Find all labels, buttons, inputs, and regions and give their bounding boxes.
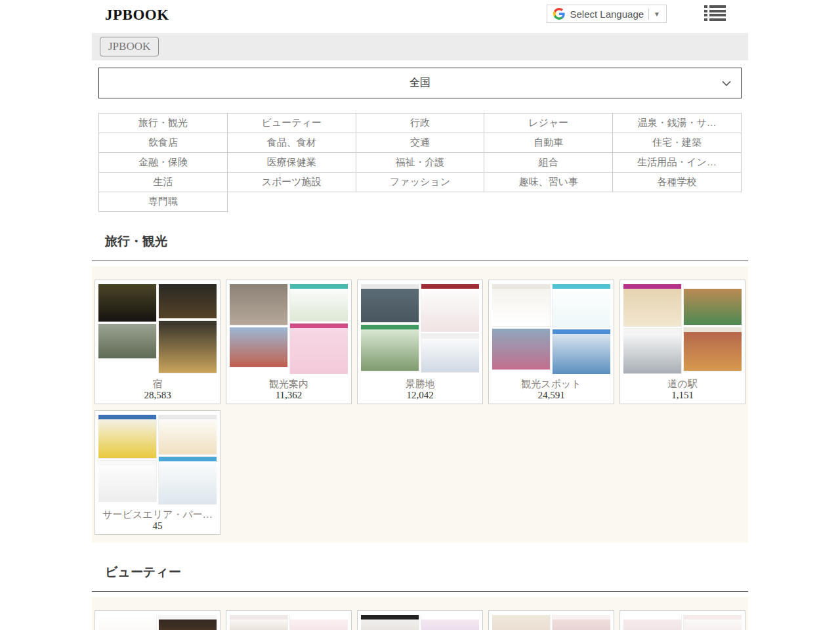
website-thumbnail bbox=[230, 327, 287, 367]
subcategory-card[interactable] bbox=[226, 610, 352, 630]
subcategory-card[interactable] bbox=[94, 610, 220, 630]
card-count: 1,151 bbox=[623, 390, 742, 401]
website-thumbnail bbox=[553, 615, 610, 630]
website-thumbnail bbox=[421, 284, 479, 331]
thumbnail-grid bbox=[98, 615, 217, 630]
category-link[interactable]: 行政 bbox=[356, 114, 484, 133]
category-link[interactable]: 旅行・観光 bbox=[99, 114, 228, 133]
website-thumbnail bbox=[684, 284, 742, 325]
card-count: 45 bbox=[98, 520, 217, 532]
category-link[interactable]: 各種学校 bbox=[613, 173, 742, 192]
thumbnail-grid bbox=[492, 284, 610, 374]
website-thumbnail bbox=[98, 415, 156, 458]
translate-label: Select Language bbox=[570, 9, 644, 20]
thumbnail-grid bbox=[230, 284, 348, 374]
list-row bbox=[704, 14, 726, 16]
website-thumbnail bbox=[492, 615, 550, 630]
list-row bbox=[704, 10, 726, 12]
main-content: 全国 旅行・観光ビューティー行政レジャー温泉・銭湯・サ…飲食店食品、食材交通自動… bbox=[92, 68, 748, 630]
grid-empty-cell bbox=[356, 192, 484, 212]
thumbnail-grid bbox=[98, 284, 217, 374]
grid-empty-cell bbox=[613, 192, 742, 212]
website-thumbnail bbox=[623, 329, 681, 373]
website-thumbnail bbox=[98, 324, 156, 358]
list-row bbox=[704, 18, 726, 21]
website-thumbnail bbox=[290, 615, 348, 630]
category-link[interactable]: 生活用品・イン… bbox=[613, 153, 742, 173]
card-label: 景勝地 bbox=[361, 377, 479, 390]
website-thumbnail bbox=[421, 615, 479, 630]
card-panel bbox=[92, 597, 748, 630]
list-row bbox=[704, 5, 726, 8]
category-link[interactable]: ビューティー bbox=[227, 114, 356, 133]
subcategory-card[interactable] bbox=[357, 610, 483, 630]
section-title: ビューティー bbox=[105, 564, 748, 581]
category-link[interactable]: 交通 bbox=[356, 133, 484, 153]
website-thumbnail bbox=[290, 324, 348, 374]
region-select[interactable]: 全国 bbox=[98, 68, 742, 98]
card-label: サービスエリア・パー… bbox=[98, 508, 217, 520]
google-translate-widget[interactable]: Select Language ▼ bbox=[547, 5, 667, 23]
website-thumbnail bbox=[553, 284, 610, 327]
subcategory-card[interactable]: 宿28,583 bbox=[94, 280, 220, 404]
card-label: 観光スポット bbox=[492, 377, 610, 390]
card-label: 宿 bbox=[98, 377, 217, 390]
page-header: JPBOOK Select Language ▼ bbox=[92, 0, 748, 33]
thumbnail-grid bbox=[98, 415, 217, 505]
website-thumbnail bbox=[421, 334, 479, 372]
thumbnail-grid bbox=[361, 615, 479, 630]
google-logo-icon bbox=[553, 8, 565, 20]
category-link[interactable]: 趣味、習い事 bbox=[484, 173, 613, 192]
category-link[interactable]: 福祉・介護 bbox=[356, 153, 484, 173]
website-thumbnail bbox=[361, 284, 419, 322]
website-thumbnail bbox=[230, 284, 287, 325]
category-link[interactable]: 組合 bbox=[484, 153, 613, 173]
subcategory-card[interactable]: 観光スポット24,591 bbox=[488, 280, 614, 404]
website-thumbnail bbox=[623, 615, 681, 630]
section-title: 旅行・観光 bbox=[105, 233, 748, 250]
category-link[interactable]: 自動車 bbox=[484, 133, 613, 153]
thumbnail-grid bbox=[361, 284, 479, 374]
website-thumbnail bbox=[230, 615, 287, 630]
category-link[interactable]: 温泉・銭湯・サ… bbox=[613, 114, 742, 133]
list-menu-icon[interactable] bbox=[704, 5, 726, 21]
site-logo[interactable]: JPBOOK bbox=[92, 0, 169, 24]
card-label: 道の駅 bbox=[623, 377, 742, 390]
category-link[interactable]: レジャー bbox=[484, 114, 613, 133]
website-thumbnail bbox=[159, 321, 217, 373]
category-link[interactable]: スポーツ施設 bbox=[227, 173, 356, 192]
card-count: 12,042 bbox=[361, 390, 479, 401]
subcategory-card[interactable]: 道の駅1,151 bbox=[620, 280, 746, 404]
subcategory-card[interactable]: サービスエリア・パー…45 bbox=[94, 410, 220, 535]
website-thumbnail bbox=[98, 284, 156, 322]
card-count: 28,583 bbox=[98, 390, 217, 401]
category-link[interactable]: 医療保健業 bbox=[227, 153, 356, 173]
category-link[interactable]: 金融・保険 bbox=[99, 153, 228, 173]
website-thumbnail bbox=[684, 615, 742, 630]
card-count: 24,591 bbox=[492, 390, 610, 401]
category-link[interactable]: 専門職 bbox=[99, 192, 228, 212]
section-divider bbox=[92, 591, 748, 592]
grid-empty-cell bbox=[484, 192, 613, 212]
website-thumbnail bbox=[98, 461, 156, 501]
translate-divider bbox=[648, 9, 649, 20]
thumbnail-grid bbox=[230, 615, 348, 630]
breadcrumb-home-button[interactable]: JPBOOK bbox=[100, 37, 159, 56]
category-link[interactable]: 住宅・建築 bbox=[613, 133, 742, 153]
website-thumbnail bbox=[553, 329, 610, 374]
website-thumbnail bbox=[623, 284, 681, 326]
subcategory-card[interactable]: 景勝地12,042 bbox=[357, 280, 483, 404]
subcategory-card[interactable]: 観光案内11,362 bbox=[226, 280, 352, 404]
website-thumbnail bbox=[159, 615, 217, 630]
category-link[interactable]: 食品、食材 bbox=[227, 133, 356, 153]
category-link[interactable]: 飲食店 bbox=[99, 133, 228, 153]
subcategory-card[interactable] bbox=[488, 610, 614, 630]
category-link[interactable]: 生活 bbox=[99, 173, 228, 192]
thumbnail-grid bbox=[623, 615, 742, 630]
subcategory-card[interactable] bbox=[620, 610, 746, 630]
breadcrumb: JPBOOK bbox=[92, 33, 748, 60]
category-link[interactable]: ファッション bbox=[356, 173, 484, 192]
section-divider bbox=[92, 261, 748, 261]
card-count: 11,362 bbox=[230, 390, 348, 401]
website-thumbnail bbox=[290, 284, 348, 321]
